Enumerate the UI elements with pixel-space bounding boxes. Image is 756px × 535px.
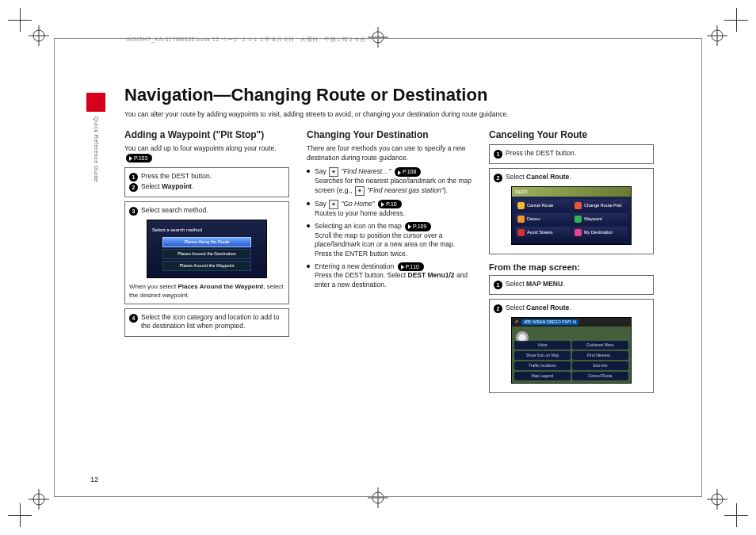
crop-mark xyxy=(724,8,748,32)
page-ref: P.10 xyxy=(378,200,402,208)
page-ref: P.109 xyxy=(405,222,431,231)
avoid-streets-icon xyxy=(517,229,525,236)
col2-lead: There are four methods you can use to sp… xyxy=(307,144,472,162)
step-text: Press the DEST button. xyxy=(141,172,212,181)
page-frame: INSIGHT_KA-31TM8820.book 12 ページ ２０１１年８月９… xyxy=(54,38,702,497)
ss-option: Places Around the Destination xyxy=(162,249,251,259)
intro-text: You can alter your route by adding waypo… xyxy=(124,110,654,119)
step-text: Select Cancel Route. xyxy=(506,304,571,312)
step-box: 2 Select Cancel Route. DEST Cancel Route… xyxy=(489,168,654,254)
voice-icon: ✦ xyxy=(355,186,365,196)
section-color-tab xyxy=(86,93,105,112)
column-cancel: Canceling Your Route 1 Press the DEST bu… xyxy=(489,130,654,466)
map-menu-item: Guidance Menu xyxy=(572,341,628,350)
my-destination-icon xyxy=(575,229,582,236)
page-ref: P.110 xyxy=(398,262,424,271)
step-box: 4 Select the icon category and location … xyxy=(124,308,289,337)
step-text: Select MAP MENU. xyxy=(506,280,565,289)
col1-heading: Adding a Waypoint ("Pit Stop") xyxy=(124,130,289,141)
map-menu-item: Cancel Route xyxy=(572,372,628,380)
change-pref-icon xyxy=(575,202,582,209)
waypoint-icon xyxy=(575,216,582,223)
screenshot-search-method: Select a search method Places Along the … xyxy=(147,220,267,278)
cancel-route-icon xyxy=(517,202,525,209)
screenshot-dest-menu: DEST Cancel Route Change Route Pref. Det… xyxy=(511,186,632,245)
step-text: Select search method. xyxy=(141,206,208,215)
bullet-item: Say ✦ "Go Home" P.10 Routes to your home… xyxy=(307,200,472,218)
caption: When you select Places Around the Waypoi… xyxy=(129,283,284,300)
registration-mark xyxy=(29,25,49,46)
section-label: Quick Reference Guide xyxy=(94,117,99,182)
registration-mark xyxy=(707,25,727,46)
bullet-item: Say ✦ "Find Nearest…" P.108 Searches for… xyxy=(307,167,472,195)
col1-lead: You can add up to four waypoints along y… xyxy=(124,144,289,162)
step-num-4-icon: 4 xyxy=(129,314,138,323)
step-text: Select Cancel Route. xyxy=(506,173,571,182)
step-box: 1 Select MAP MENU. xyxy=(489,275,654,295)
file-header: INSIGHT_KA-31TM8820.book 12 ページ ２０１１年８月９… xyxy=(126,36,366,44)
page-number: 12 xyxy=(90,476,98,483)
step-num-1-icon: 1 xyxy=(494,281,502,289)
col2-heading: Changing Your Destination xyxy=(307,130,472,141)
voice-icon: ✦ xyxy=(329,200,338,209)
detour-icon xyxy=(517,216,525,223)
direction-icon: ↗ xyxy=(514,319,518,325)
ss-option: Places Around the Waypoint xyxy=(162,261,251,271)
step-num-2-icon: 2 xyxy=(494,174,502,182)
col3-heading2: From the map screen: xyxy=(489,262,654,272)
step-box: 2 Select Cancel Route. ↗ 405 N/SAN DIEGO… xyxy=(489,299,654,393)
map-menu-item: Find Nearest... xyxy=(572,351,628,360)
registration-mark xyxy=(29,489,49,510)
map-menu-item: Exit Info xyxy=(572,361,628,370)
ss-option: Places Along the Route xyxy=(162,237,251,247)
page-ref: P.103 xyxy=(126,154,152,162)
screenshot-map-menu: ↗ 405 N/SAN DIEGO FWY N Voice Guidance M… xyxy=(511,317,632,384)
step-text: Press the DEST button. xyxy=(506,149,576,158)
step-num-2-icon: 2 xyxy=(494,304,502,313)
map-menu-item: Map Legend xyxy=(514,372,571,380)
column-destination: Changing Your Destination There are four… xyxy=(307,130,472,466)
col3-heading1: Canceling Your Route xyxy=(489,130,654,141)
map-menu-item: Traffic Incidents xyxy=(514,361,571,370)
step-num-2-icon: 2 xyxy=(129,183,138,192)
voice-icon: ✦ xyxy=(329,167,338,177)
step-box: 1 Press the DEST button. xyxy=(489,144,654,164)
bullet-item: Selecting an icon on the map P.109 Scrol… xyxy=(307,222,472,258)
map-menu-item: Voice xyxy=(514,341,571,350)
registration-mark xyxy=(707,489,727,510)
page-ref: P.108 xyxy=(395,167,421,176)
step-text: Select the icon category and location to… xyxy=(141,313,284,331)
page-title: Navigation—Changing Route or Destination xyxy=(124,85,654,105)
step-num-1-icon: 1 xyxy=(129,173,138,182)
step-box: 1 Press the DEST button. 2 Select Waypoi… xyxy=(124,167,289,197)
crop-mark xyxy=(724,503,748,527)
step-num-1-icon: 1 xyxy=(494,150,502,159)
step-text: Select Waypoint. xyxy=(141,182,193,191)
step-box: 3 Select search method. Select a search … xyxy=(124,201,289,304)
column-waypoint: Adding a Waypoint ("Pit Stop") You can a… xyxy=(124,130,289,466)
map-menu-item: Show Icon on Map xyxy=(514,351,571,360)
step-num-3-icon: 3 xyxy=(129,207,138,216)
bullet-item: Entering a new destination P.110 Press t… xyxy=(307,262,472,289)
